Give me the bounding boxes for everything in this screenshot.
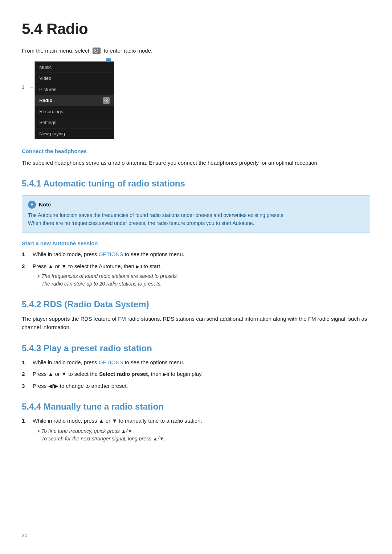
manual-step-1-arrows: ▲ or ▼: [99, 418, 117, 424]
intro-text-before: From the main menu, select: [22, 47, 89, 55]
preset-steps: 1 While in radio mode, press OPTIONS to …: [22, 358, 370, 390]
menu-item-video: Video: [35, 73, 114, 84]
note-text-2: When there are no frequencies saved unde…: [28, 219, 364, 227]
preset-step-2-bold: Select radio preset: [99, 371, 148, 377]
step-2-play-icon: ▶II: [136, 263, 142, 270]
manual-result-line2: To search for the next stronger signal, …: [37, 436, 166, 442]
step-1-text-after: to see the options menu.: [123, 251, 184, 257]
section-542-body: The player supports the RDS feature of F…: [22, 315, 370, 332]
section-544-heading: 5.4.4 Manually tune a radio station: [22, 400, 370, 413]
preset-step-num-3: 3: [22, 382, 28, 390]
preset-step-num-2: 2: [22, 370, 28, 378]
page-number: 30: [22, 532, 28, 539]
connect-headphones-body: The supplied headphones serve as a radio…: [22, 159, 370, 167]
step-2-result-line1: The frequencies of found radio stations …: [41, 273, 178, 279]
autotune-step-2: 2 Press ▲ or ▼ to select the Autotune, t…: [22, 262, 370, 288]
step-2-text-before: Press: [33, 263, 48, 269]
manual-step-1-before: While in radio mode, press: [33, 418, 99, 424]
menu-mockup: 1 – Music Video Pictures Radio Recording…: [22, 61, 370, 140]
preset-step-1-before: While in radio mode, press: [33, 359, 99, 365]
menu-item-recordings: Recordings: [35, 106, 114, 118]
manual-step-1-result: To fine tune frequency, quick press ▲/▼.…: [33, 427, 370, 443]
autotune-session-heading: Start a new Autotune session: [22, 239, 370, 248]
step-2-text-after: to start.: [142, 263, 162, 269]
step-2-content: Press ▲ or ▼ to select the Autotune, the…: [33, 262, 370, 288]
section-543-heading: 5.4.3 Play a preset radio station: [22, 342, 370, 355]
preset-step-1-after: to see the options menu.: [123, 359, 184, 365]
step-2-text-middle: to select the Autotune, then: [67, 263, 136, 269]
manual-step-1-content: While in radio mode, press ▲ or ▼ to man…: [33, 417, 370, 443]
note-label: Note: [39, 201, 51, 209]
manual-steps: 1 While in radio mode, press ▲ or ▼ to m…: [22, 417, 370, 443]
menu-item-nowplaying: Now playing: [35, 128, 114, 139]
preset-step-1-content: While in radio mode, press OPTIONS to se…: [33, 358, 370, 367]
autotune-steps: 1 While in radio mode, press OPTIONS to …: [22, 250, 370, 288]
menu-item-music: Music: [35, 62, 114, 73]
preset-step-1-options: OPTIONS: [99, 359, 123, 365]
manual-step-num-1: 1: [22, 417, 28, 425]
note-header: ≡ Note: [28, 201, 364, 209]
menu-item-radio: Radio: [35, 95, 114, 106]
preset-step-2-play: ▶II: [163, 371, 169, 378]
preset-step-2-arrows: ▲ or ▼: [48, 371, 67, 377]
page-title: 5.4 Radio: [22, 17, 370, 40]
preset-step-3: 3 Press ◀/▶ to change to another preset.: [22, 382, 370, 390]
preset-step-2-middle: to select the: [67, 371, 99, 377]
step-2-result: The frequencies of found radio stations …: [33, 272, 370, 288]
note-text-1: The Autotune function saves the frequenc…: [28, 212, 364, 219]
autotune-step-1: 1 While in radio mode, press OPTIONS to …: [22, 250, 370, 259]
preset-step-3-after: to change to another preset.: [58, 383, 128, 389]
note-icon: ≡: [28, 201, 36, 209]
step-1-content: While in radio mode, press OPTIONS to se…: [33, 250, 370, 259]
intro-text-after: to enter radio mode.: [104, 47, 152, 55]
preset-step-2-before: Press: [33, 371, 48, 377]
preset-step-num-1: 1: [22, 358, 28, 367]
step-1-text-before: While in radio mode, press: [33, 251, 99, 257]
step-num-2: 2: [22, 262, 28, 271]
step-2-result-line2: The radio can store up to 20 radio stati…: [37, 281, 162, 287]
preset-step-3-arrows: ◀/▶: [48, 383, 58, 389]
menu-item-pictures: Pictures: [35, 84, 114, 95]
connect-headphones-heading: Connect the headphones: [22, 147, 370, 156]
menu-box: Music Video Pictures Radio Recordings Se…: [34, 61, 114, 140]
section-541-heading: 5.4.1 Automatic tuning of radio stations: [22, 177, 370, 190]
radio-menu-icon: [103, 97, 110, 104]
note-box: ≡ Note The Autotune function saves the f…: [22, 195, 370, 233]
preset-step-3-before: Press: [33, 383, 48, 389]
preset-step-2-end: to begin play.: [169, 371, 203, 377]
section-542-heading: 5.4.2 RDS (Radio Data System): [22, 298, 370, 311]
step-num-1: 1: [22, 250, 28, 259]
preset-step-2: 2 Press ▲ or ▼ to select the Select radi…: [22, 370, 370, 378]
preset-step-2-content: Press ▲ or ▼ to select the Select radio …: [33, 370, 370, 378]
step-2-arrows: ▲ or ▼: [48, 263, 67, 269]
menu-item-settings: Settings: [35, 117, 114, 128]
menu-step-arrow: –: [30, 83, 33, 91]
preset-step-2-after: , then: [148, 371, 163, 377]
preset-step-1: 1 While in radio mode, press OPTIONS to …: [22, 358, 370, 367]
menu-step-number: 1: [22, 83, 29, 91]
step-1-options: OPTIONS: [99, 251, 123, 257]
manual-step-1-after: to manually tune to a radio station:: [117, 418, 202, 424]
manual-result-line1: To fine tune frequency, quick press ▲/▼.: [41, 428, 134, 434]
intro-line: From the main menu, select to enter radi…: [22, 47, 370, 55]
radio-icon: [93, 48, 101, 54]
manual-step-1: 1 While in radio mode, press ▲ or ▼ to m…: [22, 417, 370, 443]
preset-step-3-content: Press ◀/▶ to change to another preset.: [33, 382, 370, 390]
